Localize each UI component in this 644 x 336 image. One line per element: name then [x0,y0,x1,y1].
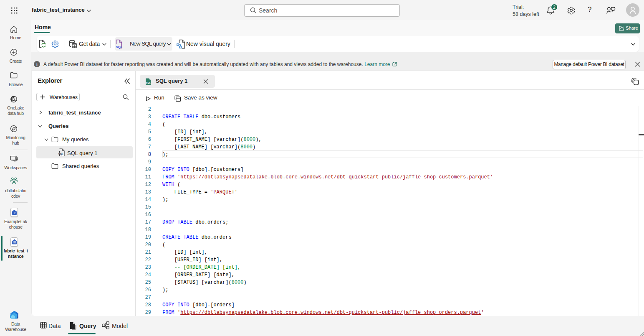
svg-text:SQL: SQL [58,153,63,155]
svg-text:SQL: SQL [146,81,151,84]
svg-text:SQL: SQL [116,45,123,49]
